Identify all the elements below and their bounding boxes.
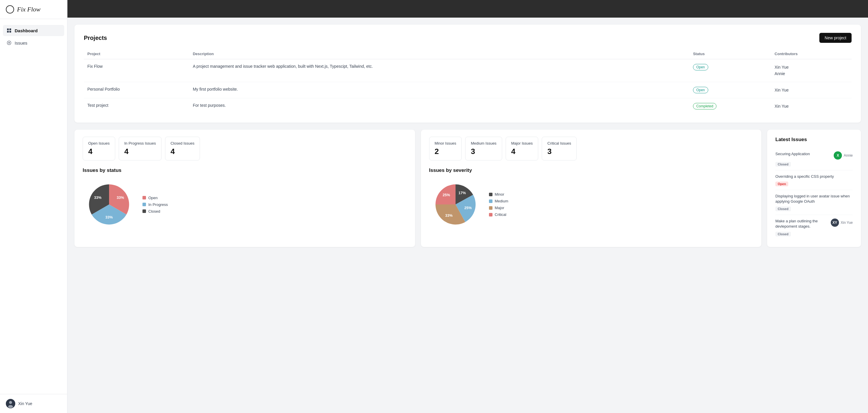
projects-header: Projects New project: [84, 33, 851, 43]
legend-item: Closed: [143, 209, 168, 213]
issue-item[interactable]: Displaying logged in user avatar issue w…: [775, 190, 853, 215]
project-status-cell: Open: [689, 82, 771, 98]
stat-label: Open Issues: [88, 141, 110, 146]
legend-label: Minor: [495, 192, 504, 197]
issue-name: Displaying logged in user avatar issue w…: [775, 194, 853, 204]
content-area: Projects New project Project Description…: [67, 18, 868, 413]
status-badge: Open: [775, 182, 788, 186]
stat-box: Minor Issues2: [429, 137, 462, 161]
bottom-row: Open Issues4In Progress Issues4Closed Is…: [74, 130, 861, 247]
sidebar-item-issues-label: Issues: [14, 40, 27, 46]
issues-by-severity-title: Issues by severity: [429, 168, 753, 173]
issue-badge: Closed: [775, 161, 853, 167]
legend-item: Minor: [489, 192, 508, 197]
col-contributors: Contributors: [771, 49, 851, 59]
new-project-button[interactable]: New project: [819, 33, 851, 43]
stat-value: 2: [435, 147, 457, 156]
issue-top: Displaying logged in user avatar issue w…: [775, 194, 853, 204]
status-badge: Closed: [775, 232, 791, 236]
avatar: [6, 399, 15, 408]
latest-issues-card: Latest Issues Securing Application X Ann…: [767, 130, 861, 247]
legend-dot: [489, 213, 493, 216]
logo-icon: [6, 5, 14, 13]
svg-point-8: [8, 405, 13, 408]
status-chart-area: 33%33%33% OpenIn ProgressClosed: [83, 178, 407, 231]
stat-label: Closed Issues: [170, 141, 195, 146]
status-stat-boxes: Open Issues4In Progress Issues4Closed Is…: [83, 137, 407, 161]
severity-pie-container: 17%25%33%25%: [429, 178, 482, 231]
stat-label: Minor Issues: [435, 141, 457, 146]
legend-dot: [489, 193, 493, 196]
user-profile[interactable]: Xin Yue: [0, 394, 67, 413]
project-contributors-cell: Xin Yue: [771, 82, 851, 98]
stat-value: 4: [170, 147, 195, 156]
col-project: Project: [84, 49, 189, 59]
app-name: Fix Flow: [17, 6, 40, 13]
issue-badge: Open: [775, 181, 853, 186]
stat-box: Open Issues4: [83, 137, 115, 161]
stat-label: Major Issues: [511, 141, 533, 146]
issue-name: Make a plan outlining the devlepoment st…: [775, 218, 829, 229]
svg-text:25%: 25%: [442, 193, 450, 197]
sidebar: Fix Flow Dashboard Issues Xin Yue: [0, 0, 67, 413]
assignee-name: Annie: [844, 153, 853, 157]
table-row[interactable]: Personal Portfolio My first portfolio we…: [84, 82, 851, 98]
table-row[interactable]: Test project For test purposes. Complete…: [84, 98, 851, 114]
status-badge: Closed: [775, 162, 791, 167]
stat-box: Closed Issues4: [165, 137, 200, 161]
table-row[interactable]: Fix Flow A project management and issue …: [84, 59, 851, 82]
stat-label: Medium Issues: [471, 141, 496, 146]
legend-dot: [143, 196, 146, 200]
status-badge: Open: [693, 87, 708, 93]
svg-rect-1: [9, 28, 11, 30]
issue-top: Overriding a specific CSS property: [775, 174, 853, 179]
legend-dot: [489, 200, 493, 203]
sidebar-item-dashboard[interactable]: Dashboard: [3, 25, 64, 36]
stat-label: Critical Issues: [547, 141, 571, 146]
stat-box: Medium Issues3: [465, 137, 502, 161]
issues-icon: [6, 40, 12, 46]
sidebar-item-issues[interactable]: Issues: [3, 37, 64, 49]
issues-by-severity-card: Minor Issues2Medium Issues3Major Issues4…: [421, 130, 762, 247]
projects-title: Projects: [84, 35, 107, 41]
project-contributors-cell: Xin Yue: [771, 98, 851, 114]
issue-item[interactable]: Securing Application X Annie Closed: [775, 148, 853, 170]
severity-chart-area: 17%25%33%25% MinorMediumMajorCritical: [429, 178, 753, 231]
project-status-cell: Open: [689, 59, 771, 82]
stat-box: In Progress Issues4: [119, 137, 161, 161]
svg-text:33%: 33%: [94, 196, 101, 200]
legend-label: Major: [495, 206, 504, 210]
svg-rect-3: [9, 31, 11, 33]
svg-text:33%: 33%: [105, 215, 113, 219]
project-desc-cell: My first portfolio website.: [189, 82, 690, 98]
stat-box: Critical Issues3: [542, 137, 577, 161]
legend-item: Open: [143, 196, 168, 200]
status-badge: Closed: [775, 206, 791, 211]
svg-text:25%: 25%: [464, 206, 472, 210]
svg-rect-2: [7, 31, 9, 33]
issue-badge: Closed: [775, 231, 853, 236]
sidebar-item-dashboard-label: Dashboard: [14, 28, 37, 33]
assignee-avatar: XY: [831, 218, 839, 227]
legend-item: Major: [489, 206, 508, 210]
issue-name: Overriding a specific CSS property: [775, 174, 853, 179]
col-description: Description: [189, 49, 690, 59]
severity-pie-chart: 17%25%33%25%: [429, 178, 482, 231]
legend-dot: [143, 203, 146, 206]
svg-text:33%: 33%: [117, 196, 124, 200]
issue-item[interactable]: Overriding a specific CSS property Open: [775, 170, 853, 190]
issue-assignee: X Annie: [834, 151, 853, 159]
projects-card: Projects New project Project Description…: [74, 25, 861, 123]
issues-by-status-card: Open Issues4In Progress Issues4Closed Is…: [74, 130, 415, 247]
dashboard-icon: [6, 28, 12, 33]
issue-assignee: XY Xin Yue: [831, 218, 853, 227]
latest-issues-list: Securing Application X Annie Closed Over…: [775, 148, 853, 240]
svg-rect-0: [7, 28, 9, 30]
issues-by-status-title: Issues by status: [83, 168, 407, 173]
logo-area: Fix Flow: [0, 0, 67, 19]
svg-point-5: [8, 42, 10, 44]
issue-item[interactable]: Make a plan outlining the devlepoment st…: [775, 215, 853, 240]
latest-issues-title: Latest Issues: [775, 137, 853, 143]
stat-value: 3: [547, 147, 571, 156]
legend-label: Closed: [148, 209, 160, 213]
